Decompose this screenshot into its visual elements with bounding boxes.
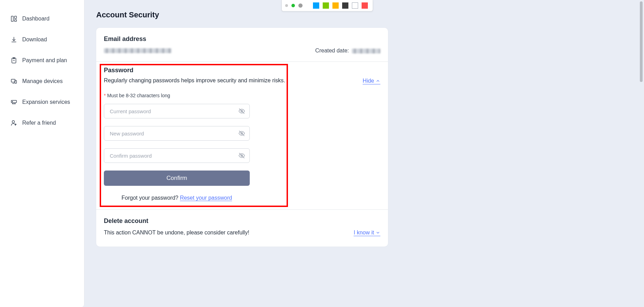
hide-label: Hide [363,78,374,84]
palette-color-dark[interactable] [342,2,348,9]
current-password-wrap [104,104,250,118]
sidebar-item-expansion[interactable]: Expansion services [0,92,84,113]
sidebar-item-refer[interactable]: Refer a friend [0,113,84,133]
svg-rect-0 [11,16,14,22]
eye-off-icon [238,130,245,137]
sidebar-item-dashboard[interactable]: Dashboard [0,8,84,29]
svg-point-9 [12,121,15,123]
sidebar-item-label: Dashboard [22,16,49,22]
password-hint: *Must be 8-32 characters long [104,93,380,98]
sidebar-item-label: Download [22,36,47,43]
password-section: Password Regularly changing passwords he… [96,62,388,210]
palette-color-yellow[interactable] [332,2,339,9]
confirm-button[interactable]: Confirm [104,171,250,186]
sidebar-item-label: Manage devices [22,78,63,84]
iknow-toggle[interactable]: I know it [354,230,380,236]
palette-color-green[interactable] [323,2,329,9]
server-icon [10,99,17,106]
confirm-password-wrap [104,148,250,163]
sidebar: Dashboard Download Payment and plan Mana… [0,0,84,307]
forgot-row: Forgot your password? Reset your passwor… [104,195,250,201]
user-plus-icon [10,119,17,126]
toggle-visibility-new[interactable] [238,130,246,137]
sidebar-item-payment[interactable]: Payment and plan [0,50,84,71]
scrollbar[interactable] [640,1,643,238]
scrollbar-thumb[interactable] [640,1,643,82]
delete-heading: Delete account [104,217,380,225]
forgot-prefix: Forgot your password? [122,195,180,201]
confirm-password-input[interactable] [104,148,250,163]
created-date-label: Created date: [315,48,349,53]
password-heading: Password [104,67,363,74]
new-password-input[interactable] [104,126,250,141]
email-value-redacted [104,48,172,53]
svg-rect-6 [15,81,17,83]
eye-off-icon [238,152,245,159]
dashboard-icon [10,15,17,22]
created-date-value-redacted [352,49,380,53]
palette-dot-grey[interactable] [298,3,303,8]
chevron-up-icon [375,78,380,83]
palette-color-white[interactable] [352,2,358,9]
chevron-down-icon [375,230,380,235]
svg-rect-1 [15,16,17,19]
current-password-input[interactable] [104,104,250,118]
email-section: Email address Created date: [96,28,388,62]
delete-desc: This action CANNOT be undone, please con… [104,230,249,236]
devices-icon [10,78,17,85]
sidebar-item-download[interactable]: Download [0,29,84,50]
main-content: Account Security Email address Created d… [84,0,644,307]
created-date-container: Created date: [315,48,380,54]
required-star: * [104,93,106,98]
email-heading: Email address [104,35,380,43]
svg-point-8 [12,101,13,102]
palette-color-red[interactable] [362,2,368,9]
palette-dot-green[interactable] [291,4,295,7]
svg-rect-2 [15,20,17,22]
clipboard-icon [10,57,17,64]
sidebar-item-devices[interactable]: Manage devices [0,71,84,92]
sidebar-item-label: Payment and plan [22,57,67,64]
hide-toggle[interactable]: Hide [363,78,380,84]
toggle-visibility-current[interactable] [238,107,246,115]
palette-color-blue[interactable] [313,2,319,9]
toggle-visibility-confirm[interactable] [238,152,246,159]
reset-password-link[interactable]: Reset your password [180,195,232,201]
delete-section: Delete account This action CANNOT be und… [96,210,388,247]
eye-off-icon [238,108,245,115]
iknow-label: I know it [354,230,374,236]
settings-card: Email address Created date: Password Reg… [96,28,388,247]
svg-rect-5 [11,79,15,82]
annotation-palette [281,0,373,11]
new-password-wrap [104,126,250,141]
sidebar-item-label: Expansion services [22,99,70,105]
sidebar-item-label: Refer a friend [22,120,56,126]
palette-dot-grey-small[interactable] [285,4,288,7]
download-icon [10,36,17,43]
page-title: Account Security [96,10,632,19]
password-desc: Regularly changing passwords helps impro… [104,77,363,84]
